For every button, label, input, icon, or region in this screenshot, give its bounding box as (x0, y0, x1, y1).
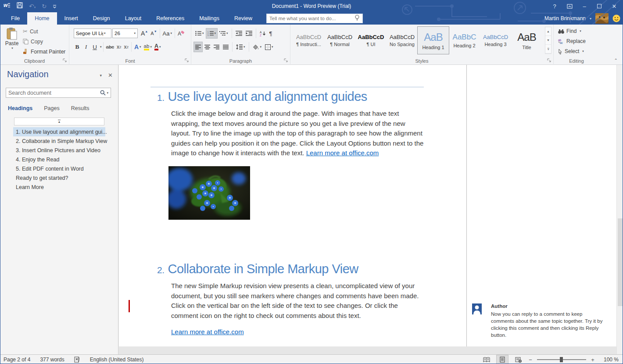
replace-button[interactable]: abac Replace (558, 37, 586, 45)
highlight-button[interactable]: ab▾ (143, 42, 153, 52)
cut-button[interactable]: ✂ Cut (23, 28, 65, 35)
save-icon[interactable] (17, 2, 23, 10)
styles-scroll-down-icon[interactable]: ▼ (545, 36, 551, 45)
feedback-smiley-icon[interactable] (612, 14, 620, 22)
borders-button[interactable]: ▾ (264, 42, 275, 52)
ribbon-display-options-icon[interactable] (563, 1, 576, 11)
section-2-heading[interactable]: 2.Collaborate in Simple Markup View (157, 262, 358, 276)
word-count[interactable]: 377 words (40, 357, 64, 363)
zoom-slider-thumb[interactable] (560, 357, 563, 362)
bullets-button[interactable]: ▾ (194, 29, 205, 38)
styles-scroll-up-icon[interactable]: ▲ (545, 27, 551, 36)
flowers-photo[interactable] (168, 166, 250, 220)
headings-collapse-bar[interactable]: ▲ (14, 118, 104, 125)
clear-formatting-button[interactable]: A (176, 29, 186, 38)
section-1-paragraph[interactable]: Click the image below and drag it around… (171, 109, 425, 158)
shrink-font-button[interactable]: A▼ (149, 29, 158, 38)
paste-button[interactable]: Paste ▾ (3, 27, 21, 59)
heading-item-5[interactable]: 5. Edit PDF content in Word (0, 164, 118, 173)
italic-button[interactable]: I (82, 42, 90, 52)
multilevel-list-button[interactable]: ▾ (218, 29, 229, 38)
tab-mailings[interactable]: Mailings (192, 12, 227, 25)
word-app-icon[interactable]: w (4, 2, 11, 10)
style-instructions[interactable]: AaBbCcD ¶ Instructi... (293, 27, 324, 54)
align-center-button[interactable] (203, 42, 211, 52)
vertical-scrollbar[interactable] (616, 65, 623, 354)
select-button[interactable]: Select▾ (558, 47, 584, 55)
paste-dropdown-icon[interactable]: ▾ (11, 46, 13, 50)
close-icon[interactable]: ✕ (608, 1, 620, 11)
font-name-input[interactable] (74, 31, 103, 36)
zoom-out-button[interactable]: − (528, 357, 533, 363)
align-right-button[interactable] (212, 42, 221, 52)
style-title[interactable]: AaB Title (511, 27, 542, 54)
style-heading-1[interactable]: AaB Heading 1 (418, 27, 449, 54)
style-ui[interactable]: AaBbCcD ¶ UI (355, 27, 387, 54)
tab-design[interactable]: Design (86, 12, 118, 25)
search-input[interactable] (8, 90, 100, 96)
underline-dropdown-icon[interactable]: ▾ (100, 45, 102, 49)
page-indicator[interactable]: Page 2 of 4 (4, 357, 30, 363)
shading-button[interactable]: ▾ (251, 42, 263, 52)
tab-layout[interactable]: Layout (118, 12, 149, 25)
nav-tab-results[interactable]: Results (71, 105, 90, 111)
justify-button[interactable] (222, 42, 230, 52)
format-painter-button[interactable]: Format Painter (23, 48, 65, 55)
heading-item-6[interactable]: Ready to get started? (0, 173, 118, 182)
redo-icon[interactable]: ↻ (42, 3, 47, 10)
decrease-indent-button[interactable] (234, 29, 243, 38)
language-indicator[interactable]: English (United States) (90, 357, 144, 363)
font-name-combobox[interactable]: ▾ (74, 29, 111, 38)
font-color-button[interactable]: A▾ (153, 42, 162, 52)
style-heading-3[interactable]: AaBbCcD Heading 3 (480, 27, 511, 54)
maximize-icon[interactable] (593, 1, 605, 11)
nav-tab-headings[interactable]: Headings (8, 105, 32, 111)
help-icon[interactable]: ? (548, 1, 561, 11)
heading-item-3[interactable]: 3. Insert Online Pictures and Video (0, 146, 118, 155)
tab-insert[interactable]: Insert (57, 12, 86, 25)
heading-item-4[interactable]: 4. Enjoy the Read (0, 155, 118, 164)
tab-references[interactable]: References (149, 12, 192, 25)
subscript-button[interactable]: x2 (115, 42, 122, 52)
search-icon[interactable] (100, 90, 106, 96)
numbering-button[interactable]: 123▾ (206, 29, 218, 38)
tell-me-input[interactable] (269, 16, 354, 21)
align-left-button[interactable] (194, 42, 202, 52)
style-normal[interactable]: AaBbCcD ¶ Normal (324, 27, 355, 54)
read-mode-button[interactable] (481, 355, 492, 364)
user-dropdown-icon[interactable]: ▾ (590, 17, 591, 21)
search-dropdown-icon[interactable]: ▾ (107, 91, 108, 95)
web-layout-button[interactable] (512, 355, 524, 364)
collapse-ribbon-icon[interactable]: ⌃ (614, 58, 618, 63)
styles-dialog-launcher-icon[interactable] (547, 58, 552, 63)
increase-indent-button[interactable] (244, 29, 254, 38)
heading-item-1[interactable]: 1. Use live layout and alignment gui... (13, 127, 105, 136)
change-case-button[interactable]: Aa▾ (161, 29, 173, 38)
zoom-slider[interactable] (537, 359, 586, 360)
copy-button[interactable]: Copy (23, 38, 65, 45)
search-box[interactable]: ▾ (6, 88, 111, 98)
changed-line-marker[interactable] (129, 300, 130, 312)
user-name[interactable]: Martin Brinkmann (544, 15, 586, 21)
font-name-dropdown-icon[interactable]: ▾ (104, 32, 106, 35)
font-dialog-launcher-icon[interactable] (184, 58, 190, 63)
zoom-level[interactable]: 100 % (599, 357, 619, 363)
paragraph-dialog-launcher-icon[interactable] (283, 58, 289, 63)
style-no-spacing[interactable]: AaBbCcD No Spacing (387, 27, 418, 54)
strikethrough-button[interactable]: abc (105, 42, 116, 52)
navigation-options-icon[interactable]: ▾ (100, 73, 102, 78)
office-link-1[interactable]: Learn more at office.com (306, 149, 379, 157)
tab-home[interactable]: Home (27, 12, 57, 25)
undo-icon[interactable]: ↶▾ (29, 3, 36, 10)
section-1-heading[interactable]: 1.Use live layout and alignment guides (157, 89, 367, 104)
customize-qat-icon[interactable] (53, 2, 57, 10)
scrollbar-thumb[interactable] (618, 218, 623, 306)
avatar[interactable] (595, 13, 609, 24)
office-link-2[interactable]: Learn more at office.com (171, 328, 244, 335)
find-button[interactable]: Find▾ (558, 27, 581, 35)
underline-button[interactable]: U (90, 42, 99, 52)
sort-button[interactable]: AZ (258, 29, 267, 38)
tab-review[interactable]: Review (227, 12, 260, 25)
line-spacing-button[interactable]: ▾ (235, 42, 247, 52)
bold-button[interactable]: B (73, 42, 82, 52)
